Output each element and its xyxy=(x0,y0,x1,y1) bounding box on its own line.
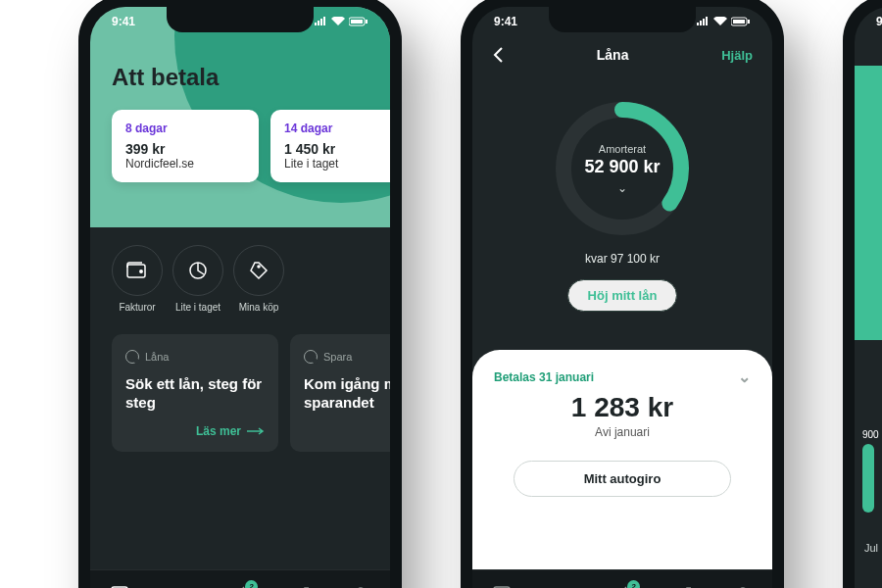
slider-value: 900 xyxy=(862,429,879,440)
promo-tag: Låna xyxy=(145,351,169,363)
status-icons xyxy=(696,15,751,28)
promo-read-more[interactable]: Läs mer xyxy=(304,424,390,438)
slider-track xyxy=(862,444,874,513)
svg-point-4 xyxy=(140,270,142,272)
tab-flode[interactable]: Flöde xyxy=(109,584,131,588)
quick-mina-kop[interactable]: Mina köp xyxy=(233,245,284,313)
save-icon xyxy=(290,584,312,588)
loan-progress: Amorterat 52 900 kr ⌄ kvar 97 100 kr Höj… xyxy=(472,95,772,312)
loan-icon xyxy=(168,584,189,588)
payment-cards-row[interactable]: 8 dagar 399 kr Nordicfeel.se 14 dagar 1 … xyxy=(112,110,390,182)
tab-spara[interactable]: Spara xyxy=(671,584,695,588)
payment-card[interactable]: 8 dagar 399 kr Nordicfeel.se xyxy=(112,110,259,182)
payment-amount: 1 450 kr xyxy=(284,141,390,157)
tab-betala[interactable]: 2 Betala xyxy=(609,584,634,588)
ring-value: 52 900 kr xyxy=(584,157,660,177)
due-amount: 1 283 kr xyxy=(494,392,751,423)
payment-sheet: Betalas 31 januari ⌄ 1 283 kr Avi januar… xyxy=(472,350,772,569)
status-bar: 9:41 xyxy=(855,15,882,28)
payment-merchant: Lite i taget xyxy=(284,157,390,171)
svg-rect-10 xyxy=(733,20,745,24)
piechart-icon xyxy=(172,245,223,296)
chevron-left-icon xyxy=(492,46,504,64)
promo-read-more[interactable]: Läs mer xyxy=(125,424,265,438)
tab-lana[interactable]: Låna xyxy=(550,584,571,588)
nav-title: Låna xyxy=(597,47,629,63)
help-link[interactable]: Hjälp xyxy=(721,48,753,63)
amount-slider[interactable]: 900 xyxy=(862,429,879,513)
tab-mer[interactable]: Mer xyxy=(350,584,371,588)
quick-lite-i-taget[interactable]: Lite i taget xyxy=(172,245,223,313)
due-sub: Avi januari xyxy=(494,425,751,439)
back-button[interactable] xyxy=(492,46,504,64)
quick-fakturor[interactable]: Fakturor xyxy=(112,245,163,313)
notch xyxy=(549,7,696,32)
remaining-text: kvar 97 100 kr xyxy=(585,252,660,266)
month-label: Jul xyxy=(864,542,878,554)
progress-ring: Amorterat 52 900 kr ⌄ xyxy=(549,95,696,242)
nav-bar: Låna Hjälp xyxy=(472,46,772,64)
promo-lana[interactable]: Låna Sök ett lån, steg för steg Läs mer xyxy=(112,334,278,452)
svg-rect-1 xyxy=(351,20,363,24)
save-icon xyxy=(672,584,694,588)
status-time: 9:41 xyxy=(494,15,517,28)
phone-partial: 9:41 900 Jul xyxy=(843,0,882,588)
promo-tag: Spara xyxy=(323,351,352,363)
quick-label: Lite i taget xyxy=(175,302,220,313)
wallet-icon xyxy=(112,245,163,296)
quick-label: Fakturor xyxy=(119,302,155,313)
tab-badge: 2 xyxy=(245,580,258,588)
svg-point-6 xyxy=(258,266,260,268)
phone-feed: 9:41 Att betala 8 dagar 399 kr Nordicfee… xyxy=(78,0,402,588)
payment-days: 8 dagar xyxy=(125,122,245,135)
tab-mer[interactable]: Mer xyxy=(732,584,754,588)
tab-bar: Flöde Låna 2 Betala Spara xyxy=(472,569,772,588)
svg-rect-2 xyxy=(366,20,368,24)
pay-icon: 2 xyxy=(228,584,250,588)
user-icon xyxy=(350,584,371,588)
promo-spara[interactable]: Spara Kom igång med sparandet Läs mer xyxy=(290,334,390,452)
quick-actions-row: Fakturor Lite i taget Mina köp xyxy=(90,227,390,324)
tab-lana[interactable]: Låna xyxy=(168,584,189,588)
svg-rect-11 xyxy=(748,20,750,24)
phone-loan: 9:41 Låna Hjälp xyxy=(461,0,784,588)
chevron-down-icon: ⌄ xyxy=(738,368,751,386)
loan-icon xyxy=(550,584,571,588)
quick-label: Mina köp xyxy=(239,302,279,313)
notch xyxy=(167,7,314,32)
logo-icon xyxy=(125,350,139,364)
autogiro-button[interactable]: Mitt autogiro xyxy=(514,461,732,497)
logo-icon xyxy=(304,350,318,364)
hero-shape xyxy=(855,66,882,340)
promo-title: Sök ett lån, steg för steg xyxy=(125,375,265,413)
pay-icon: 2 xyxy=(611,584,632,588)
user-icon xyxy=(732,584,754,588)
due-label: Betalas 31 januari xyxy=(494,370,594,384)
tag-icon xyxy=(233,245,284,296)
ring-label: Amorterat xyxy=(599,143,646,155)
arrow-right-icon xyxy=(247,427,265,435)
tab-betala[interactable]: 2 Betala xyxy=(226,584,252,588)
hero-title: Att betala xyxy=(112,64,219,91)
chevron-down-icon[interactable]: ⌄ xyxy=(617,181,627,195)
promo-row[interactable]: Låna Sök ett lån, steg för steg Läs mer … xyxy=(90,324,390,462)
payment-merchant: Nordicfeel.se xyxy=(125,157,245,171)
tab-flode[interactable]: Flöde xyxy=(491,584,514,588)
status-time: 9:41 xyxy=(112,15,135,28)
tab-spara[interactable]: Spara xyxy=(289,584,313,588)
status-icons xyxy=(314,15,368,28)
due-row[interactable]: Betalas 31 januari ⌄ xyxy=(494,368,751,386)
tab-badge: 2 xyxy=(627,580,640,588)
payment-days: 14 dagar xyxy=(284,122,390,135)
tab-bar: Flöde Låna 2 Betala Spara xyxy=(90,569,390,588)
feed-icon xyxy=(109,584,130,588)
raise-loan-button[interactable]: Höj mitt lån xyxy=(567,279,678,312)
payment-card[interactable]: 14 dagar 1 450 kr Lite i taget xyxy=(270,110,390,182)
status-time: 9:41 xyxy=(876,15,882,28)
promo-title: Kom igång med sparandet xyxy=(304,375,390,413)
payment-amount: 399 kr xyxy=(125,141,245,157)
feed-icon xyxy=(491,584,513,588)
hero-att-betala: Att betala 8 dagar 399 kr Nordicfeel.se … xyxy=(90,7,390,227)
